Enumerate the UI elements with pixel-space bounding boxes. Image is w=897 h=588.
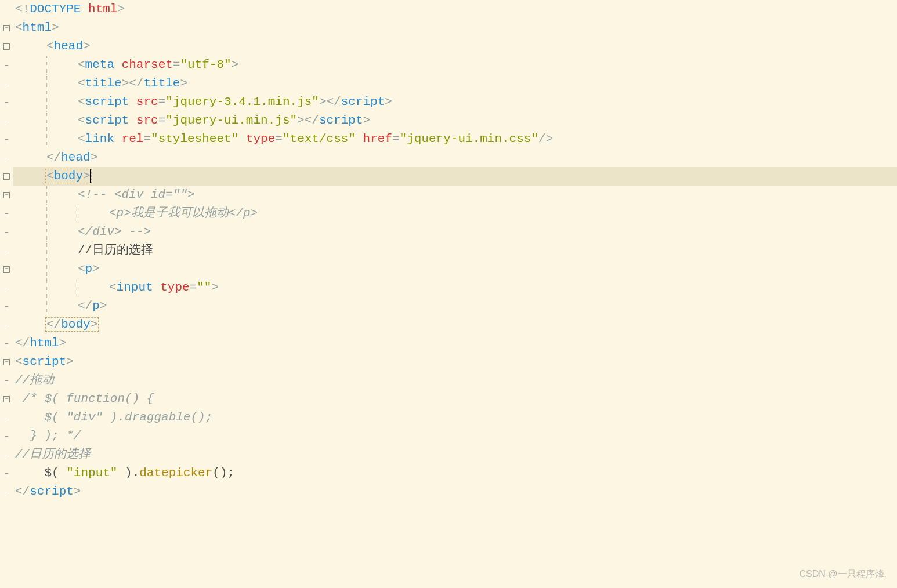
fold-gutter[interactable]: −−––––––−−–––−––––−–−––––– (0, 0, 13, 588)
code-token: head (61, 151, 90, 164)
code-line[interactable]: //拖动 (13, 371, 897, 390)
code-token: "" (197, 281, 211, 294)
code-token: > (385, 95, 392, 108)
indent-guide (46, 56, 47, 74)
fold-toggle-icon[interactable]: − (0, 353, 13, 371)
code-token: > (52, 21, 59, 34)
code-line[interactable]: <link rel="stylesheet" type="text/css" h… (13, 130, 897, 148)
code-token: < (78, 132, 85, 146)
fold-line-icon[interactable]: – (0, 148, 13, 167)
code-token: <!-- <div id=""> (78, 188, 195, 201)
code-token: < (78, 95, 85, 108)
code-line[interactable]: <script src="jquery-3.4.1.min.js"></scri… (13, 93, 897, 111)
code-token: > (211, 281, 219, 294)
code-token: = (275, 132, 283, 146)
code-token: "jquery-ui.min.css" (400, 132, 538, 146)
code-line[interactable]: </html> (13, 334, 897, 353)
code-line[interactable]: //日历的选择 (13, 445, 897, 464)
fold-line-icon[interactable]: – (0, 482, 13, 501)
code-line[interactable]: <!DOCTYPE html> (13, 0, 897, 19)
fold-line-icon[interactable]: – (0, 371, 13, 390)
code-token: "utf-8" (180, 58, 231, 71)
code-line[interactable]: </head> (13, 148, 897, 167)
code-token (356, 132, 363, 146)
code-line[interactable]: $( "input" ).datepicker(); (13, 464, 897, 482)
code-line[interactable]: <html> (13, 19, 897, 37)
indent-guide (78, 278, 78, 297)
code-token: title (143, 77, 180, 90)
code-token: meta (85, 58, 122, 71)
code-line[interactable]: <input type=""> (13, 278, 897, 297)
code-line[interactable]: <p> (13, 260, 897, 278)
code-token: = (158, 95, 166, 108)
code-line[interactable]: } ); */ (13, 427, 897, 445)
code-token (238, 132, 246, 146)
fold-line-icon[interactable]: – (0, 223, 13, 241)
code-area[interactable]: <!DOCTYPE html><html><head><meta charset… (13, 0, 897, 588)
code-token: < (15, 355, 23, 368)
fold-line-icon[interactable]: – (0, 93, 13, 111)
code-token: > (117, 2, 125, 16)
code-token: < (78, 262, 85, 275)
fold-line-icon[interactable]: – (0, 334, 13, 353)
fold-line-icon[interactable]: – (0, 130, 13, 148)
code-token: = (158, 114, 166, 127)
code-line[interactable]: //日历的选择 (13, 241, 897, 260)
fold-line-icon[interactable]: – (0, 445, 13, 464)
fold-line-icon[interactable]: – (0, 464, 13, 482)
code-line[interactable]: <title></title> (13, 74, 897, 93)
code-token: html (30, 336, 59, 350)
fold-line-icon[interactable]: – (0, 297, 13, 315)
fold-toggle-icon[interactable]: − (0, 260, 13, 278)
fold-toggle-icon[interactable]: − (0, 37, 13, 56)
code-token: "input" (66, 466, 117, 480)
code-token: </div> --> (78, 225, 151, 238)
code-token: < (46, 169, 54, 183)
code-token: ></ (319, 95, 341, 108)
fold-line-icon[interactable]: – (0, 427, 13, 445)
code-line[interactable]: /* $( function() { (13, 390, 897, 408)
code-line[interactable]: <script> (13, 353, 897, 371)
fold-line-icon[interactable]: – (0, 241, 13, 260)
code-token: script (85, 114, 136, 127)
fold-line-icon[interactable]: – (0, 278, 13, 297)
fold-line-icon[interactable]: – (0, 204, 13, 223)
fold-line-icon[interactable]: – (0, 315, 13, 334)
code-token: = (392, 132, 400, 146)
code-line[interactable]: <p>我是子我可以拖动</p> (13, 204, 897, 223)
code-token: = (143, 132, 151, 146)
fold-toggle-icon[interactable]: − (0, 186, 13, 204)
fold-line-icon[interactable]: – (0, 111, 13, 130)
code-token: > (232, 58, 239, 71)
code-line[interactable]: <meta charset="utf-8"> (13, 56, 897, 74)
fold-line-icon[interactable]: – (0, 74, 13, 93)
code-line[interactable]: <script src="jquery-ui.min.js"></script> (13, 111, 897, 130)
code-token: <p>我是子我可以拖动</p> (109, 206, 258, 220)
code-line[interactable]: $( "div" ).draggable(); (13, 408, 897, 427)
code-line[interactable]: <!-- <div id=""> (13, 186, 897, 204)
indent-guide (46, 223, 47, 241)
code-line[interactable]: <head> (13, 37, 897, 56)
tag-highlight-box: </body> (45, 317, 99, 332)
code-token: <! (15, 2, 30, 16)
fold-line-icon[interactable]: – (0, 408, 13, 427)
code-token: p (92, 299, 100, 313)
code-token: src (136, 95, 158, 108)
code-line[interactable]: </p> (13, 297, 897, 315)
code-token: DOCTYPE (30, 2, 88, 16)
code-token: script (30, 485, 74, 498)
indent-guide (46, 278, 47, 297)
code-token: title (85, 77, 122, 90)
code-editor: −−––––––−−–––−––––−–−––––– <!DOCTYPE htm… (0, 0, 897, 588)
fold-toggle-icon[interactable]: − (0, 19, 13, 37)
watermark: CSDN @一只程序烽. (800, 565, 887, 583)
fold-toggle-icon[interactable]: − (0, 390, 13, 408)
fold-line-icon[interactable]: – (0, 56, 13, 74)
code-line[interactable]: <body> (13, 167, 897, 186)
code-line[interactable]: </script> (13, 482, 897, 501)
code-line[interactable]: </body> (13, 315, 897, 334)
code-token: link (85, 132, 122, 146)
fold-toggle-icon[interactable]: − (0, 167, 13, 186)
code-token: "text/css" (283, 132, 356, 146)
code-line[interactable]: </div> --> (13, 223, 897, 241)
